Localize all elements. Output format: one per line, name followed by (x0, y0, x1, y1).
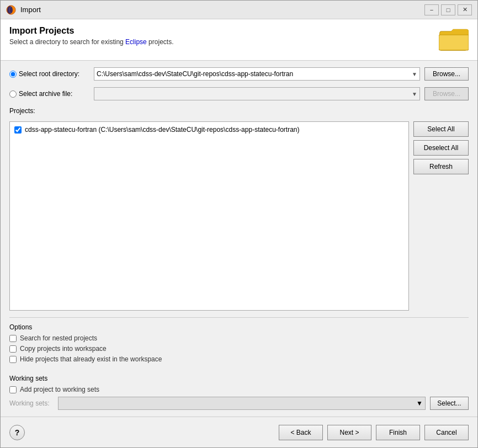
eclipse-title-icon (6, 5, 16, 15)
footer-buttons: < Back Next > Finish Cancel (279, 425, 469, 440)
browse-archive-button: Browse... (424, 87, 469, 100)
copy-projects-row: Copy projects into workspace (9, 345, 469, 353)
svg-rect-5 (439, 35, 469, 50)
select-working-sets-button[interactable]: Select... (430, 397, 469, 410)
select-all-button[interactable]: Select All (413, 121, 469, 137)
header-text-block: Import Projects Select a directory to se… (9, 26, 433, 46)
root-dir-row: Select root directory: C:\Users\sam\cdss… (9, 67, 469, 81)
next-button[interactable]: Next > (327, 425, 371, 440)
minimize-button[interactable]: − (424, 4, 439, 15)
root-dir-label[interactable]: Select root directory: (9, 70, 89, 78)
archive-file-row: Select archive file: ▼ Browse... (9, 87, 469, 100)
list-item[interactable]: cdss-app-statecu-fortran (C:\Users\sam\c… (12, 124, 406, 135)
archive-file-radio[interactable] (9, 90, 17, 98)
working-sets-arrow: ▼ (416, 399, 423, 407)
folder-icon (439, 26, 469, 54)
refresh-button[interactable]: Refresh (413, 159, 469, 174)
finish-button[interactable]: Finish (376, 425, 420, 440)
project-label-0: cdss-app-statecu-fortran (C:\Users\sam\c… (25, 126, 300, 134)
nested-projects-checkbox[interactable] (9, 335, 17, 342)
header-section: Import Projects Select a directory to se… (1, 19, 477, 61)
options-title: Options (9, 323, 469, 331)
working-sets-section: Working sets Add project to working sets… (9, 375, 469, 410)
content-area: Import Projects Select a directory to se… (1, 19, 477, 447)
nested-projects-label[interactable]: Search for nested projects (20, 334, 97, 342)
add-working-sets-row: Add project to working sets (9, 386, 469, 393)
projects-section-label: Projects: (9, 107, 469, 115)
working-sets-combo-row: Working sets: ▼ Select... (9, 397, 469, 410)
copy-projects-checkbox[interactable] (9, 345, 17, 353)
projects-area: cdss-app-statecu-fortran (C:\Users\sam\c… (9, 121, 469, 311)
nested-projects-row: Search for nested projects (9, 334, 469, 342)
title-controls: − □ ✕ (424, 4, 472, 15)
hide-projects-label[interactable]: Hide projects that already exist in the … (20, 355, 162, 363)
svg-point-1 (7, 6, 13, 14)
eclipse-link: Eclipse (125, 38, 147, 46)
working-sets-title: Working sets (9, 375, 469, 382)
root-dir-combo[interactable]: C:\Users\sam\cdss-dev\StateCU\git-repos\… (94, 67, 420, 81)
project-checkbox-0[interactable] (14, 126, 22, 134)
archive-file-combo: ▼ (94, 87, 420, 100)
footer-left: ? (9, 425, 25, 440)
archive-dropdown-arrow: ▼ (412, 91, 417, 97)
options-section: Options Search for nested projects Copy … (9, 317, 469, 366)
main-body: Select root directory: C:\Users\sam\cdss… (1, 61, 477, 417)
header-subtitle: Select a directory to search for existin… (9, 38, 433, 46)
help-button[interactable]: ? (9, 425, 25, 440)
back-button[interactable]: < Back (279, 425, 323, 440)
dialog-title: Import (20, 6, 41, 14)
cancel-button[interactable]: Cancel (424, 425, 469, 440)
add-working-sets-checkbox[interactable] (9, 386, 17, 393)
projects-list[interactable]: cdss-app-statecu-fortran (C:\Users\sam\c… (9, 121, 409, 311)
hide-projects-row: Hide projects that already exist in the … (9, 355, 469, 363)
root-dir-dropdown-arrow[interactable]: ▼ (412, 71, 417, 77)
working-sets-label: Working sets: (9, 399, 54, 407)
maximize-button[interactable]: □ (441, 4, 455, 15)
title-bar-left: Import (6, 5, 41, 15)
footer-area: ? < Back Next > Finish Cancel (1, 417, 477, 447)
root-dir-radio[interactable] (9, 71, 17, 78)
close-button[interactable]: ✕ (458, 4, 472, 15)
projects-buttons: Select All Deselect All Refresh (413, 121, 469, 311)
hide-projects-checkbox[interactable] (9, 356, 17, 363)
root-dir-value: C:\Users\sam\cdss-dev\StateCU\git-repos\… (97, 70, 293, 78)
add-working-sets-label[interactable]: Add project to working sets (20, 386, 99, 393)
browse-root-button[interactable]: Browse... (424, 67, 469, 81)
deselect-all-button[interactable]: Deselect All (413, 140, 469, 156)
import-dialog: Import − □ ✕ Import Projects Select a di… (0, 0, 478, 448)
working-sets-combo: ▼ (58, 397, 426, 410)
title-bar: Import − □ ✕ (1, 1, 477, 19)
page-title: Import Projects (9, 26, 433, 36)
archive-file-label[interactable]: Select archive file: (9, 90, 89, 98)
copy-projects-label[interactable]: Copy projects into workspace (20, 345, 107, 353)
